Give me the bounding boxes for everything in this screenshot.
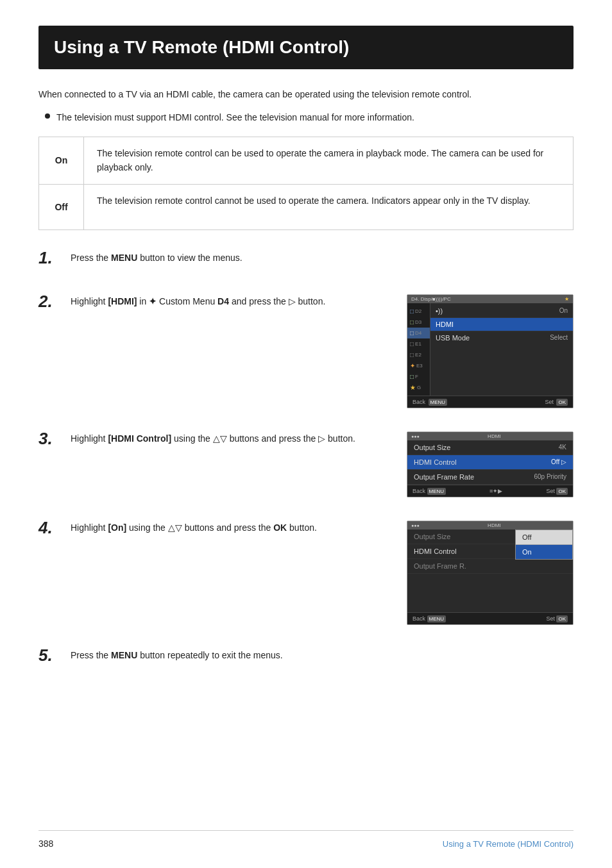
menu-row-usb-value: Select	[550, 334, 568, 341]
menu-screenshot-1: D4. Disp/■))))/PC ★ □ D2	[407, 294, 574, 408]
step-2-text-col: Highlight [HDMI] in ✦ Custom Menu D4 and…	[71, 294, 394, 315]
menu-1-content: •)) On HDMI USB Mode Se	[430, 303, 573, 396]
hdmi-2-outputsize-name: Output Size	[414, 533, 450, 540]
step-2-image-col: D4. Disp/■))))/PC ★ □ D2	[407, 294, 574, 408]
hdmi-1-row-outputsize: Output Size 4K	[407, 440, 573, 455]
hdmi-2-spacer	[407, 574, 573, 612]
hdmi-1-back: Back MENU	[412, 488, 446, 494]
hdmi-1-set: Set OK	[546, 488, 568, 494]
hdmi-1-outputsize-name: Output Size	[414, 444, 450, 451]
hdmi-1-header: ●●● HDMI	[407, 432, 573, 440]
page-footer: 388 Using a TV Remote (HDMI Control)	[38, 830, 574, 849]
step-4: 4. Highlight [On] using the △▽ buttons a…	[38, 521, 574, 625]
sidebar-e2: □ E2	[407, 349, 430, 360]
menu-1-footer: Back MENU Set OK	[407, 396, 573, 408]
step-4-number: 4.	[38, 518, 64, 538]
sidebar-e3: ✦ E3	[407, 360, 430, 371]
sidebar-d4: □ D4	[407, 328, 430, 338]
hdmi-1-control-name: HDMI Control	[414, 458, 457, 466]
sidebar-e1: □ E1	[407, 338, 430, 349]
option-table: On The television remote control can be …	[38, 137, 574, 230]
step-3-content: Highlight [HDMI Control] using the △▽ bu…	[71, 431, 574, 497]
bullet-item-1: The television must support HDMI control…	[45, 110, 574, 124]
step-4-content: Highlight [On] using the △▽ buttons and …	[71, 521, 574, 625]
hdmi-2-set: Set OK	[546, 615, 568, 622]
menu-1-header: D4. Disp/■))))/PC ★	[407, 295, 573, 303]
bullet-text-1: The television must support HDMI control…	[56, 110, 414, 124]
sidebar-d3: □ D3	[407, 317, 430, 328]
menu-row-hdmi-name: HDMI	[436, 321, 454, 328]
hdmi-menu-1: ●●● HDMI Output Size 4K HDMI Control Off…	[407, 431, 574, 497]
title-bar: Using a TV Remote (HDMI Control)	[38, 26, 574, 69]
step-5-number: 5.	[38, 646, 64, 665]
step-3: 3. Highlight [HDMI Control] using the △▽…	[38, 431, 574, 497]
menu-row-sound-value: On	[559, 307, 568, 314]
hdmi-menu-2: ●●● HDMI Output Size 4K HDMI Con	[407, 521, 574, 625]
step-2-number: 2.	[38, 292, 64, 312]
sidebar-d2: □ D2	[407, 306, 430, 317]
menu-row-sound-name: •))	[436, 307, 443, 315]
bullet-dot	[45, 113, 50, 119]
hdmi-2-header-title: HDMI	[488, 522, 500, 528]
hdmi-2-control-name: HDMI Control	[414, 547, 457, 555]
hdmi-1-control-value: Off ▷	[551, 458, 566, 465]
hdmi-1-row-framerate: Output Frame Rate 60p Priority	[407, 470, 573, 485]
step-1-number: 1.	[38, 248, 64, 268]
step-3-text-col: Highlight [HDMI Control] using the △▽ bu…	[71, 431, 394, 452]
menu-1-header-left: D4. Disp/■))))/PC	[411, 296, 451, 302]
hdmi-2-footer: Back MENU Set OK	[407, 612, 573, 624]
menu-1-header-star: ★	[565, 296, 569, 302]
step-4-with-image: Highlight [On] using the △▽ buttons and …	[71, 521, 574, 625]
hdmi-1-framerate-value: 60p Priority	[534, 473, 566, 480]
step-5-content: Press the MENU button repeatedly to exit…	[71, 648, 574, 669]
page-number: 388	[38, 839, 53, 849]
option-desc-off: The television remote control cannot be …	[84, 185, 573, 230]
step-3-number: 3.	[38, 429, 64, 449]
hdmi-2-dropdown: Off On	[515, 530, 573, 560]
hdmi-2-framerate-name: Output Frame R.	[414, 562, 466, 570]
option-label-on: On	[39, 137, 84, 184]
hdmi-1-header-title: HDMI	[488, 433, 500, 439]
step-1: 1. Press the MENU button to view the men…	[38, 251, 574, 271]
step-2: 2. Highlight [HDMI] in ✦ Custom Menu D4 …	[38, 294, 574, 408]
step-3-text: Highlight [HDMI Control] using the △▽ bu…	[71, 431, 394, 446]
menu-row-sound: •)) On	[430, 305, 573, 318]
step-1-content: Press the MENU button to view the menus.	[71, 251, 574, 271]
hdmi-1-mid: ≡✦▶	[489, 488, 502, 494]
hdmi-2-dropdown-off: Off	[516, 530, 572, 545]
hdmi-2-back: Back MENU	[412, 615, 446, 622]
step-4-text-col: Highlight [On] using the △▽ buttons and …	[71, 521, 394, 541]
menu-1-back-btn: Back MENU	[412, 399, 447, 405]
sidebar-f: □ F	[407, 371, 430, 382]
step-3-with-image: Highlight [HDMI Control] using the △▽ bu…	[71, 431, 574, 497]
option-row-on: On The television remote control can be …	[39, 137, 573, 185]
step-2-text: Highlight [HDMI] in ✦ Custom Menu D4 and…	[71, 294, 394, 308]
hdmi-1-footer: Back MENU ≡✦▶ Set OK	[407, 485, 573, 497]
hdmi-2-rows-wrapper: Output Size 4K HDMI Control Output Frame…	[407, 530, 573, 574]
step-3-image-col: ●●● HDMI Output Size 4K HDMI Control Off…	[407, 431, 574, 497]
step-1-text: Press the MENU button to view the menus.	[71, 251, 574, 265]
menu-1-set-btn: Set OK	[545, 399, 568, 405]
intro-paragraph: When connected to a TV via an HDMI cable…	[38, 87, 574, 101]
page: Using a TV Remote (HDMI Control) When co…	[0, 0, 612, 868]
step-4-text: Highlight [On] using the △▽ buttons and …	[71, 521, 394, 535]
hdmi-2-header: ●●● HDMI	[407, 521, 573, 530]
menu-row-usb-name: USB Mode	[436, 334, 470, 342]
page-footer-title: Using a TV Remote (HDMI Control)	[443, 839, 574, 849]
option-desc-on: The television remote control can be use…	[84, 137, 573, 184]
hdmi-1-row-control: HDMI Control Off ▷	[407, 455, 573, 470]
sidebar-g: ★ G	[407, 382, 430, 393]
menu-row-hdmi: HDMI	[430, 318, 573, 331]
option-label-off: Off	[39, 185, 84, 230]
step-5-text: Press the MENU button repeatedly to exit…	[71, 648, 574, 662]
menu-1-body: □ D2 □ D3 □ D4	[407, 303, 573, 396]
hdmi-2-header-dots: ●●●	[411, 523, 420, 528]
step-2-with-image: Highlight [HDMI] in ✦ Custom Menu D4 and…	[71, 294, 574, 408]
hdmi-2-dropdown-on: On	[516, 545, 572, 559]
page-title: Using a TV Remote (HDMI Control)	[54, 37, 558, 58]
hdmi-2-row-framerate: Output Frame R.	[407, 559, 573, 574]
hdmi-1-framerate-name: Output Frame Rate	[414, 473, 474, 481]
step-4-image-col: ●●● HDMI Output Size 4K HDMI Con	[407, 521, 574, 625]
menu-row-usb: USB Mode Select	[430, 331, 573, 344]
step-5: 5. Press the MENU button repeatedly to e…	[38, 648, 574, 669]
